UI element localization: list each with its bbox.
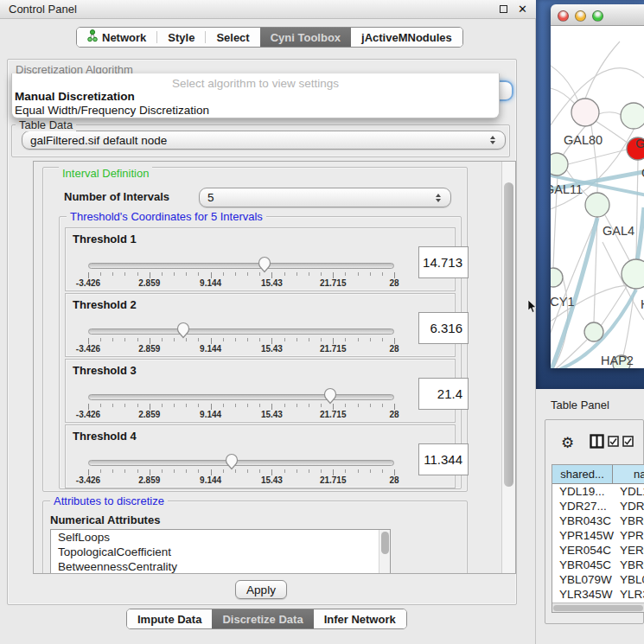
popup-item-2[interactable]: Equal Width/Frequency Discretization (15, 104, 209, 117)
table-row[interactable]: YER054CYER0 (552, 543, 644, 558)
tick-mark (394, 404, 395, 410)
number-of-intervals-value: 5 (207, 191, 431, 204)
tab-impute-data[interactable]: Impute Data (127, 609, 212, 628)
node-label-gal11: GAL11 (551, 182, 583, 196)
slider-track[interactable] (88, 263, 394, 269)
table-row[interactable]: YBR045CYBR0 (552, 558, 644, 572)
network-edge-highlighted[interactable] (551, 218, 597, 368)
slider-track[interactable] (88, 460, 394, 466)
column-header-shared-name[interactable]: shared... (552, 465, 613, 484)
table-row[interactable]: YDR27...YDR2 (552, 499, 644, 513)
table-row[interactable]: YBR043CYBR0 (552, 513, 644, 528)
table-hscroll-thumb[interactable] (553, 605, 643, 611)
tick-mark (198, 404, 199, 407)
table-row[interactable]: YLR345WYLR3 (552, 587, 644, 602)
network-edge[interactable] (568, 150, 627, 164)
threshold-value-input[interactable]: 21.4 (418, 378, 469, 410)
slider-thumb-handle[interactable] (258, 256, 271, 273)
zoom-traffic-icon[interactable] (592, 10, 603, 22)
number-of-intervals-combobox[interactable]: 5 (199, 188, 451, 207)
tab-infer-network[interactable]: Infer Network (314, 609, 406, 628)
network-node-hap2[interactable] (584, 322, 603, 341)
network-edge[interactable] (585, 41, 620, 99)
close-icon[interactable]: ✕ (518, 3, 527, 16)
pane-scrollbar-thumb[interactable] (504, 182, 513, 487)
threshold-slider[interactable]: -3.4262.8599.14415.4321.71528 (88, 228, 394, 292)
numerical-attributes-list[interactable]: SelfLoopsTopologicalCoefficientBetweenne… (50, 529, 391, 574)
network-edge[interactable] (598, 112, 622, 115)
control-panel-titlebar: Control Panel ✕ (0, 0, 536, 19)
threshold-panel: Threshold 4-3.4262.8599.14415.4321.71528… (65, 424, 456, 488)
slider-track[interactable] (88, 328, 394, 335)
network-node-gal11[interactable] (551, 153, 568, 175)
list-item[interactable]: SelfLoops (51, 530, 390, 545)
network-view-window[interactable]: GAL80GACGAL11GAL4GCY1HHAP2 (551, 4, 644, 368)
network-node-gal4[interactable] (585, 193, 609, 217)
node-attribute-table[interactable]: shared... na YDL19...YDL1YDR27...YDR2YBR… (552, 464, 644, 613)
tick-label: -3.426 (76, 278, 100, 288)
network-node-gal80[interactable] (571, 99, 599, 126)
split-column-icon[interactable] (590, 434, 604, 452)
gear-icon[interactable]: ⚙ (561, 434, 574, 452)
tab-jactivemnodules[interactable]: jActiveMNodules (351, 28, 462, 47)
network-edge-highlighted[interactable] (637, 207, 644, 261)
tick-mark (271, 272, 272, 278)
tab-select[interactable]: Select (206, 28, 259, 47)
tick-label: 28 (389, 475, 399, 485)
tick-label: 9.144 (200, 278, 221, 288)
tick-label: 28 (389, 278, 399, 288)
popup-item-1[interactable]: Manual Discretization (15, 90, 135, 103)
tick-mark (271, 469, 272, 475)
slider-thumb-handle[interactable] (323, 387, 337, 405)
tab-network[interactable]: Network (77, 28, 156, 47)
checkbox-icon[interactable] (608, 435, 619, 450)
tick-mark (358, 338, 359, 341)
network-node-h[interactable] (622, 259, 644, 289)
close-traffic-icon[interactable] (558, 10, 569, 22)
table-horizontal-scrollbar[interactable] (552, 603, 644, 612)
network-edge[interactable] (601, 284, 628, 326)
network-canvas[interactable]: GAL80GACGAL11GAL4GCY1HHAP2 (551, 26, 644, 368)
number-of-intervals-label: Number of Intervals (64, 190, 169, 203)
threshold-value-input[interactable]: 11.344 (418, 443, 469, 475)
slider-thumb-handle[interactable] (225, 453, 239, 470)
table-row[interactable]: YDL19...YDL1 (552, 484, 644, 499)
threshold-value-input[interactable]: 6.316 (418, 312, 469, 344)
node-label-hap2: HAP2 (601, 354, 634, 367)
apply-button[interactable]: Apply (235, 580, 287, 599)
column-header-name[interactable]: na (613, 465, 644, 484)
slider-thumb-handle[interactable] (176, 322, 190, 339)
tab-discretize-data[interactable]: Discretize Data (212, 609, 313, 628)
node-label-h: H (641, 297, 644, 311)
table-row[interactable]: YPR145WYPR1 (552, 528, 644, 543)
network-window-titlebar[interactable] (551, 4, 644, 26)
list-scrollbar-thumb[interactable] (381, 532, 389, 554)
table-data-combobox[interactable]: galFiltered.sif default node (22, 131, 506, 150)
list-item[interactable]: TopologicalCoefficient (51, 545, 390, 559)
threshold-value-input[interactable]: 14.713 (418, 246, 469, 278)
minimize-traffic-icon[interactable] (575, 10, 586, 22)
tick-mark (137, 272, 138, 276)
tick-mark (112, 338, 113, 341)
tick-mark (124, 469, 125, 473)
threshold-slider[interactable]: -3.4262.8599.14415.4321.71528 (88, 425, 394, 489)
tick-mark (235, 469, 236, 473)
tab-cyni-toolbox[interactable]: Cyni Toolbox (260, 28, 351, 47)
list-scrollbar[interactable] (379, 530, 390, 574)
network-edge[interactable] (551, 88, 575, 104)
float-window-icon[interactable] (500, 5, 507, 13)
threshold-slider[interactable]: -3.4262.8599.14415.4321.71528 (88, 294, 394, 358)
table-row[interactable]: YBL079WYBL0 (552, 572, 644, 587)
tick-mark (296, 469, 297, 473)
cell-name: YDL1 (620, 485, 644, 498)
slider-track[interactable] (88, 394, 394, 400)
tick-mark (284, 404, 285, 407)
network-node-ga[interactable] (621, 103, 644, 129)
network-node-gcy1[interactable] (551, 268, 563, 287)
tick-mark (284, 272, 285, 276)
tab-style[interactable]: Style (157, 28, 205, 47)
threshold-slider[interactable]: -3.4262.8599.14415.4321.71528 (88, 360, 394, 424)
checkbox-icon[interactable] (622, 435, 634, 450)
pane-scrollbar[interactable] (501, 162, 515, 573)
list-item[interactable]: BetweennessCentrality (51, 559, 390, 574)
